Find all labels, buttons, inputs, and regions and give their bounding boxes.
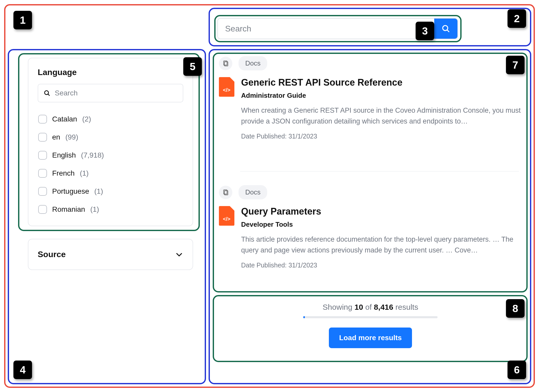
search-icon <box>441 24 450 33</box>
marker-1: 1 <box>13 11 32 29</box>
filetype-icon: </> <box>219 206 234 226</box>
facet-item-count: (99) <box>65 133 78 141</box>
facet-item-label: French <box>52 169 75 177</box>
marker-3: 3 <box>416 22 434 40</box>
marker-8: 8 <box>506 299 525 318</box>
marker-7: 7 <box>506 56 525 74</box>
checkbox-icon <box>38 205 47 214</box>
quickview-icon <box>222 189 229 196</box>
facet-item-count: (1) <box>80 169 89 177</box>
facet-language: Language Catalan (2) en (99) English (7,… <box>28 58 193 226</box>
load-more-section: Showing 10 of 8,416 results Load more re… <box>217 303 524 348</box>
checkbox-icon <box>38 115 47 124</box>
result-title-link[interactable]: Generic REST API Source Reference <box>241 77 524 88</box>
result-badge: Docs <box>239 185 267 199</box>
facet-search-box <box>38 84 183 102</box>
svg-line-1 <box>447 30 449 32</box>
quickview-button[interactable] <box>219 186 232 199</box>
facet-item-english[interactable]: English (7,918) <box>38 146 183 164</box>
results-status: Showing 10 of 8,416 results <box>217 303 524 312</box>
facet-item-count: (1) <box>90 205 99 214</box>
search-icon <box>43 89 51 97</box>
marker-6: 6 <box>508 361 526 379</box>
result-date: Date Published: 31/1/2023 <box>241 133 524 140</box>
checkbox-icon <box>38 169 47 178</box>
checkbox-icon <box>38 151 47 160</box>
facet-source-title: Source <box>38 250 66 259</box>
facet-item-count: (7,918) <box>81 151 104 159</box>
result-divider <box>240 171 519 172</box>
marker-2: 2 <box>508 9 526 28</box>
facet-item-label: Catalan <box>52 115 77 123</box>
result-subtitle: Developer Tools <box>241 221 524 228</box>
facet-item-label: Romanian <box>52 205 85 214</box>
facet-search-input[interactable] <box>55 89 178 97</box>
load-more-button[interactable]: Load more results <box>329 328 412 348</box>
facet-item-en[interactable]: en (99) <box>38 128 183 146</box>
search-input[interactable] <box>218 19 434 39</box>
facet-item-count: (2) <box>82 115 91 123</box>
checkbox-icon <box>38 187 47 196</box>
facet-language-title: Language <box>38 68 183 77</box>
svg-line-3 <box>48 94 50 96</box>
result-badge: Docs <box>239 56 267 70</box>
facet-item-french[interactable]: French (1) <box>38 164 183 182</box>
facet-item-label: Portuguese <box>52 187 89 195</box>
search-button[interactable] <box>434 19 457 39</box>
result-item: Docs </> Query Parameters Developer Tool… <box>219 185 524 279</box>
result-item: Docs </> Generic REST API Source Referen… <box>219 56 524 150</box>
facet-item-romanian[interactable]: Romanian (1) <box>38 200 183 218</box>
marker-4: 4 <box>13 361 32 379</box>
result-excerpt: When creating a Generic REST API source … <box>241 105 524 127</box>
quickview-button[interactable] <box>219 57 232 70</box>
facet-item-label: English <box>52 151 76 159</box>
filetype-icon: </> <box>219 77 234 97</box>
result-excerpt: This article provides reference document… <box>241 234 524 256</box>
facet-item-catalan[interactable]: Catalan (2) <box>38 110 183 128</box>
result-subtitle: Administrator Guide <box>241 92 524 100</box>
checkbox-icon <box>38 133 47 142</box>
facet-item-portuguese[interactable]: Portuguese (1) <box>38 182 183 200</box>
facet-source[interactable]: Source <box>28 239 193 270</box>
quickview-icon <box>222 60 229 67</box>
result-date: Date Published: 31/1/2023 <box>241 262 524 269</box>
results-progress <box>303 316 438 318</box>
chevron-down-icon <box>175 250 183 259</box>
facet-item-label: en <box>52 133 60 141</box>
result-title-link[interactable]: Query Parameters <box>241 206 524 217</box>
marker-5: 5 <box>183 57 202 76</box>
facet-item-count: (1) <box>94 187 103 195</box>
